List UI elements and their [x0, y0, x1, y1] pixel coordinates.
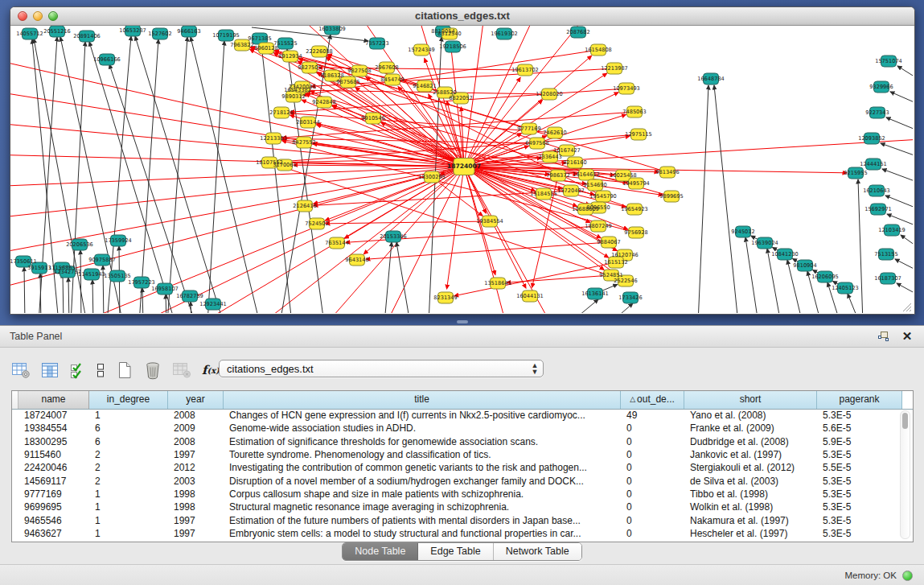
- table-cell[interactable]: 2: [89, 475, 168, 488]
- column-header-out_de[interactable]: △out_de...: [621, 391, 684, 409]
- table-cell[interactable]: 9463627: [18, 527, 89, 540]
- select-rows-icon[interactable]: [69, 360, 85, 380]
- table-cell[interactable]: 2008: [168, 409, 224, 422]
- table-cell[interactable]: Changes of HCN gene expression and I(f) …: [224, 409, 621, 422]
- table-row[interactable]: 1830029562008Estimation of significance …: [12, 435, 901, 448]
- table-cell[interactable]: 1: [89, 488, 168, 501]
- column-header-year[interactable]: year: [168, 391, 224, 409]
- delete-icon[interactable]: [144, 360, 162, 380]
- table-cell[interactable]: 0: [621, 488, 684, 501]
- panel-splitter-handle[interactable]: [457, 320, 468, 323]
- table-cell[interactable]: Dudbridge et al. (2008): [684, 435, 817, 448]
- column-header-pagerank[interactable]: pagerank: [817, 391, 902, 409]
- table-cell[interactable]: 2008: [168, 435, 224, 448]
- table-cell[interactable]: 49: [621, 409, 684, 422]
- table-cell[interactable]: 0: [621, 461, 684, 474]
- table-cell[interactable]: Hescheler et al. (1997): [684, 527, 817, 540]
- table-cell[interactable]: de Silva et al. (2003): [684, 475, 817, 488]
- table-cell[interactable]: Stergiakouli et al. (2012): [684, 461, 817, 474]
- table-cell[interactable]: 5.3E-5: [817, 501, 901, 513]
- table-cell[interactable]: 0: [621, 435, 684, 448]
- table-cell[interactable]: 9115460: [18, 448, 89, 461]
- table-cell[interactable]: 0: [621, 475, 684, 488]
- table-cell[interactable]: 5.3E-5: [817, 475, 901, 488]
- tab-node-table[interactable]: Node Table: [343, 543, 418, 560]
- table-cell[interactable]: 1997: [168, 448, 224, 461]
- table-cell[interactable]: 5.3E-5: [817, 409, 901, 422]
- table-cell[interactable]: 1997: [168, 514, 224, 527]
- scrollbar-thumb[interactable]: [902, 413, 908, 429]
- network-canvas[interactable]: 1405571220551216208914061096616610653287…: [10, 26, 913, 313]
- table-cell[interactable]: Genome-wide association studies in ADHD.: [224, 422, 621, 435]
- table-cell[interactable]: Yano et al. (2008): [684, 409, 817, 422]
- table-settings-icon[interactable]: [11, 360, 31, 380]
- table-cell[interactable]: 5.3E-5: [817, 527, 901, 540]
- table-cell[interactable]: 9465546: [18, 514, 89, 527]
- column-header-in_degree[interactable]: in_degree: [89, 391, 168, 409]
- table-cell[interactable]: 1998: [168, 501, 224, 513]
- table-cell[interactable]: 19384554: [18, 422, 89, 435]
- new-table-icon[interactable]: [116, 360, 133, 380]
- table-cell[interactable]: Tibbo et al. (1998): [684, 488, 817, 501]
- table-cell[interactable]: 5.6E-5: [817, 422, 901, 435]
- show-columns-icon[interactable]: [41, 360, 59, 380]
- column-header-name[interactable]: name: [18, 391, 89, 409]
- table-row[interactable]: 977716911998Corpus callosum shape and si…: [12, 488, 901, 501]
- table-cell[interactable]: Disruption of a novel member of a sodium…: [224, 475, 621, 488]
- table-cell[interactable]: 1: [89, 527, 168, 540]
- table-cell[interactable]: 9777169: [18, 488, 89, 501]
- table-row[interactable]: 1456911722003Disruption of a novel membe…: [12, 474, 901, 487]
- table-cell[interactable]: Wolkin et al. (1998): [684, 501, 817, 513]
- table-cell[interactable]: Estimation of significance thresholds fo…: [224, 435, 621, 448]
- table-cell[interactable]: 2: [89, 448, 168, 461]
- column-header-title[interactable]: title: [224, 391, 621, 409]
- table-cell[interactable]: 6: [89, 422, 168, 435]
- function-builder-icon[interactable]: f(x): [202, 360, 220, 380]
- table-cell[interactable]: 18724007: [18, 409, 89, 422]
- table-cell[interactable]: 2: [89, 461, 168, 474]
- table-cell[interactable]: 0: [621, 422, 684, 435]
- table-cell[interactable]: 0: [621, 527, 684, 540]
- table-row[interactable]: 946362711997Embryonic stem cells: a mode…: [12, 527, 901, 540]
- table-cell[interactable]: Structural magnetic resonance image aver…: [224, 501, 621, 513]
- table-cell[interactable]: 5.5E-5: [817, 461, 901, 474]
- float-panel-icon[interactable]: [876, 330, 890, 343]
- table-cell[interactable]: 22420046: [18, 461, 89, 474]
- table-row[interactable]: 911546021997Tourette syndrome. Phenomeno…: [12, 448, 901, 461]
- tab-edge-table[interactable]: Edge Table: [418, 543, 493, 560]
- table-cell[interactable]: 14569117: [18, 475, 89, 488]
- table-cell[interactable]: Estimation of the future numbers of pati…: [224, 514, 621, 527]
- table-cell[interactable]: 5.3E-5: [817, 448, 901, 461]
- table-row[interactable]: 1872400712008Changes of HCN gene express…: [12, 409, 901, 422]
- table-row[interactable]: 946554611997Estimation of the future num…: [12, 513, 901, 526]
- table-cell[interactable]: 0: [621, 514, 684, 527]
- row-height-icon[interactable]: [96, 360, 105, 380]
- table-cell[interactable]: 5.3E-5: [817, 488, 901, 501]
- table-cell[interactable]: 1997: [168, 527, 224, 540]
- table-cell[interactable]: 2009: [168, 422, 224, 435]
- table-cell[interactable]: Nakamura et al. (1997): [684, 514, 817, 527]
- table-cell[interactable]: 0: [621, 448, 684, 461]
- table-cell[interactable]: Corpus callosum shape and size in male p…: [224, 488, 621, 501]
- table-cell[interactable]: 1: [89, 514, 168, 527]
- table-cell[interactable]: Jankovic et al. (1997): [684, 448, 817, 461]
- tab-network-table[interactable]: Network Table: [494, 543, 581, 560]
- table-cell[interactable]: 0: [621, 501, 684, 513]
- table-cell[interactable]: 5.9E-5: [817, 435, 901, 448]
- table-cell[interactable]: Investigating the contribution of common…: [224, 461, 621, 474]
- column-header-short[interactable]: short: [684, 391, 817, 409]
- table-cell[interactable]: 18300295: [18, 435, 89, 448]
- table-cell[interactable]: 1: [89, 409, 168, 422]
- table-cell[interactable]: Tourette syndrome. Phenomenology and cla…: [224, 448, 621, 461]
- table-cell[interactable]: Franke et al. (2009): [684, 422, 817, 435]
- table-row[interactable]: 2242004622012Investigating the contribut…: [12, 461, 901, 474]
- window-titlebar[interactable]: citations_edges.txt: [10, 7, 914, 26]
- table-cell[interactable]: 5.3E-5: [817, 514, 901, 527]
- table-cell[interactable]: Embryonic stem cells: a model to study s…: [224, 527, 621, 540]
- table-cell[interactable]: 1998: [168, 488, 224, 501]
- table-cell[interactable]: 2012: [168, 461, 224, 474]
- resize-grip[interactable]: [903, 303, 911, 311]
- table-cell[interactable]: 1: [89, 501, 168, 513]
- table-cell[interactable]: 6: [89, 435, 168, 448]
- vertical-scrollbar[interactable]: [900, 410, 910, 539]
